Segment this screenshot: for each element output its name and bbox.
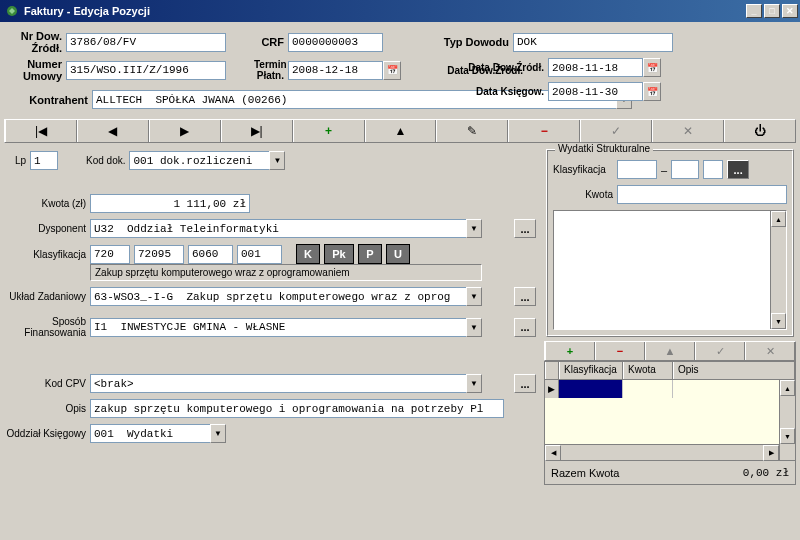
oddzial-label: Oddział Księgowy (6, 428, 86, 439)
dash-label: – (661, 164, 667, 176)
kodcpv-browse-button[interactable]: ... (514, 374, 536, 393)
grid-col-opis[interactable]: Opis (673, 362, 795, 379)
side-description-area[interactable]: ▲ ▼ (553, 210, 787, 330)
klas-a-field[interactable] (90, 245, 130, 264)
nrdow-field[interactable] (66, 33, 226, 52)
app-icon (4, 3, 20, 19)
side-cancel-button[interactable]: ✕ (745, 342, 795, 360)
grid-scroll-right-icon[interactable]: ▶ (763, 445, 779, 461)
klas-b-field[interactable] (134, 245, 184, 264)
kodcpv-field[interactable] (90, 374, 466, 393)
grid-scroll-down-icon[interactable]: ▼ (780, 428, 795, 444)
window-title: Faktury - Edycja Pozycji (24, 5, 746, 17)
exit-button[interactable]: ⏻ (724, 120, 795, 142)
typdow-field[interactable] (513, 33, 673, 52)
klas-p-button[interactable]: P (358, 244, 382, 264)
dataksieg-field[interactable] (548, 82, 643, 101)
dysponent-dropdown-icon[interactable]: ▼ (466, 219, 482, 238)
ok-button[interactable]: ✓ (580, 120, 652, 142)
wydatki-legend: Wydatki Strukturalne (555, 143, 653, 154)
klas-d-field[interactable] (237, 245, 282, 264)
datadow-label2: Data Dow.Źródł. (440, 62, 544, 73)
oddzial-dropdown-icon[interactable]: ▼ (210, 424, 226, 443)
klas-pk-button[interactable]: Pk (324, 244, 354, 264)
total-label: Razem Kwota (551, 467, 619, 479)
add-button[interactable]: + (293, 120, 365, 142)
side-delete-button[interactable]: − (595, 342, 645, 360)
total-value: 0,00 zł (743, 467, 789, 479)
row-selector-icon[interactable]: ▶ (545, 380, 559, 398)
first-button[interactable]: |◀ (5, 120, 77, 142)
lp-label: Lp (6, 155, 26, 166)
uklad-field[interactable] (90, 287, 466, 306)
delete-button[interactable]: − (508, 120, 580, 142)
window-buttons: _ □ ✕ (746, 4, 798, 18)
grid-scrollbar-h[interactable]: ◀ ▶ (545, 444, 779, 460)
dysponent-field[interactable] (90, 219, 466, 238)
crf-field[interactable] (288, 33, 383, 52)
side-ok-button[interactable]: ✓ (695, 342, 745, 360)
last-button[interactable]: ▶| (221, 120, 293, 142)
grid-col-kwota[interactable]: Kwota (623, 362, 673, 379)
up-button[interactable]: ▲ (365, 120, 437, 142)
scrollbar-vertical[interactable]: ▲ ▼ (770, 211, 786, 329)
close-button[interactable]: ✕ (782, 4, 798, 18)
kwota-label: Kwota (zł) (6, 198, 86, 209)
dataksieg-label: Data Księgow. (440, 86, 544, 97)
klas-c-field[interactable] (188, 245, 233, 264)
lp-field[interactable] (30, 151, 58, 170)
termin-calendar-icon[interactable]: 📅 (383, 61, 401, 80)
uklad-browse-button[interactable]: ... (514, 287, 536, 306)
klas-label: Klasyfikacja (6, 249, 86, 260)
grid-scrollbar-v[interactable]: ▲ ▼ (779, 380, 795, 460)
side-klas-b-field[interactable] (671, 160, 699, 179)
sposob-field[interactable] (90, 318, 466, 337)
kodcpv-label: Kod CPV (6, 378, 86, 389)
termin-field[interactable] (288, 61, 383, 80)
cancel-button[interactable]: ✕ (652, 120, 724, 142)
opis-field[interactable] (90, 399, 504, 418)
klas-description: Zakup sprzętu komputerowego wraz z oprog… (90, 264, 482, 281)
scroll-up-icon[interactable]: ▲ (771, 211, 786, 227)
side-add-button[interactable]: + (545, 342, 595, 360)
kodcpv-dropdown-icon[interactable]: ▼ (466, 374, 482, 393)
dysponent-browse-button[interactable]: ... (514, 219, 536, 238)
koddok-field[interactable] (129, 151, 269, 170)
datadow-calendar-icon[interactable]: 📅 (643, 58, 661, 77)
side-klas-a-field[interactable] (617, 160, 657, 179)
side-grid[interactable]: Klasyfikacja Kwota Opis ▶ ▲ ▼ ◀ (544, 361, 796, 461)
oddzial-field[interactable] (90, 424, 210, 443)
grid-scroll-left-icon[interactable]: ◀ (545, 445, 561, 461)
side-klas-c-field[interactable] (703, 160, 723, 179)
prev-button[interactable]: ◀ (77, 120, 149, 142)
next-button[interactable]: ▶ (149, 120, 221, 142)
edit-button[interactable]: ✎ (436, 120, 508, 142)
sposob-browse-button[interactable]: ... (514, 318, 536, 337)
sposob-dropdown-icon[interactable]: ▼ (466, 318, 482, 337)
uklad-label: Układ Zadaniowy (6, 291, 86, 302)
side-edit-button[interactable]: ▲ (645, 342, 695, 360)
side-klas-label: Klasyfikacja (553, 164, 613, 175)
klas-k-button[interactable]: K (296, 244, 320, 264)
side-klas-browse-button[interactable]: ... (727, 160, 749, 179)
title-bar: Faktury - Edycja Pozycji _ □ ✕ (0, 0, 800, 22)
side-kwota-label: Kwota (553, 189, 613, 200)
minimize-button[interactable]: _ (746, 4, 762, 18)
main-toolbar: |◀ ◀ ▶ ▶| + ▲ ✎ − ✓ ✕ ⏻ (4, 119, 796, 143)
dataksieg-calendar-icon[interactable]: 📅 (643, 82, 661, 101)
side-kwota-field[interactable] (617, 185, 787, 204)
kwota-field[interactable] (90, 194, 250, 213)
header-form: Nr Dow. Źródł. CRF Typ Dowodu Numer Umow… (4, 26, 796, 119)
grid-col-klas[interactable]: Klasyfikacja (559, 362, 623, 379)
grid-header: Klasyfikacja Kwota Opis (545, 362, 795, 380)
crf-label: CRF (254, 36, 284, 48)
uklad-dropdown-icon[interactable]: ▼ (466, 287, 482, 306)
numumowy-field[interactable] (66, 61, 226, 80)
klas-u-button[interactable]: U (386, 244, 410, 264)
maximize-button[interactable]: □ (764, 4, 780, 18)
koddok-dropdown-icon[interactable]: ▼ (269, 151, 285, 170)
grid-row[interactable]: ▶ (545, 380, 795, 398)
datadow-field[interactable] (548, 58, 643, 77)
grid-scroll-up-icon[interactable]: ▲ (780, 380, 795, 396)
scroll-down-icon[interactable]: ▼ (771, 313, 786, 329)
